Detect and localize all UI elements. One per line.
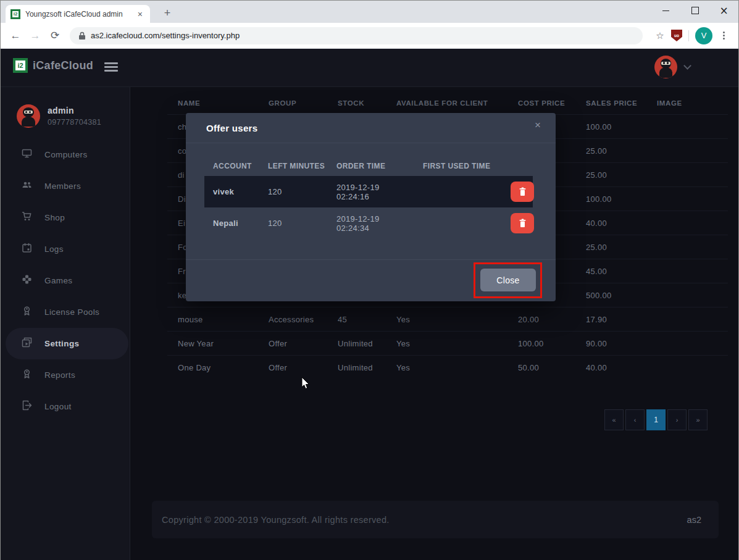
refresh-button[interactable]: ⟳	[46, 27, 64, 44]
sidebar-item-shop[interactable]: Shop	[6, 202, 128, 233]
site-favicon: i2	[10, 9, 20, 19]
page-next[interactable]: ›	[667, 409, 687, 430]
chevron-down-icon	[683, 62, 691, 70]
copyright-text: Copyright © 2000-2019 Youngzsoft. All ri…	[162, 515, 390, 525]
browser-window: i2 Youngzsoft iCafeCloud admin × + × ← →…	[0, 0, 739, 560]
sidebar-item-games[interactable]: Games	[6, 265, 128, 296]
offer-user-row: vivek 120 2019-12-19 02:24:16	[204, 176, 533, 207]
menu-toggle-icon[interactable]	[104, 62, 118, 72]
logo-text: iCafeCloud	[33, 59, 93, 72]
window-controls: ×	[651, 1, 738, 23]
sidebar-item-logs[interactable]: Logs	[6, 233, 128, 265]
table-row[interactable]: mouse Accessories 45 Yes 20.00 17.90	[167, 307, 728, 331]
page-prev[interactable]: ‹	[625, 409, 645, 430]
ublock-extension-icon[interactable]: uo	[671, 30, 682, 41]
sidebar-profile: admin 097778704381	[1, 87, 130, 128]
footer-panel: Copyright © 2000-2019 Youngzsoft. All ri…	[152, 501, 719, 538]
minimize-icon	[662, 10, 669, 11]
trash-icon	[519, 219, 527, 228]
logs-icon	[22, 243, 32, 256]
page-first[interactable]: «	[604, 409, 624, 430]
user-name: admin	[48, 106, 101, 115]
table-row[interactable]: New Year Offer Unlimited Yes 100.00 90.0…	[167, 331, 728, 355]
nav-separator	[688, 30, 689, 41]
modal-table-body: vivek 120 2019-12-19 02:24:16	[204, 176, 533, 239]
table-row[interactable]: One Day Offer Unlimited Yes 50.00 40.00	[167, 355, 728, 379]
mcol-first-used-time: FIRST USED TIME	[414, 162, 493, 170]
trash-icon	[519, 187, 527, 196]
maximize-icon	[691, 7, 699, 14]
server-label: as2	[687, 515, 701, 525]
tab-title: Youngzsoft iCafeCloud admin	[25, 10, 130, 19]
sidebar-nav: Computers Members Shop	[1, 139, 130, 422]
bookmark-star-icon[interactable]: ☆	[651, 27, 669, 44]
user-phone: 097778704381	[48, 118, 101, 127]
modal-title: Offer users	[206, 123, 257, 133]
col-cost-price: COST PRICE	[507, 92, 575, 114]
brand[interactable]: i2 iCafeCloud	[13, 58, 93, 73]
back-button[interactable]: ←	[7, 27, 24, 44]
url-text: as2.icafecloud.com/settings-inventory.ph…	[91, 31, 240, 40]
delete-offer-user-button[interactable]	[511, 213, 534, 233]
members-icon	[22, 180, 32, 193]
new-tab-button[interactable]: +	[159, 4, 176, 22]
sidebar-item-logout[interactable]: Logout	[6, 391, 128, 422]
maximize-button[interactable]	[680, 1, 709, 20]
close-window-button[interactable]: ×	[709, 1, 738, 20]
browser-nav-bar: ← → ⟳ as2.icafecloud.com/settings-invent…	[1, 23, 738, 49]
col-stock: STOCK	[327, 92, 386, 114]
offer-users-modal: Offer users × ACCOUNT LEFT MINUTES ORDER…	[186, 113, 556, 301]
mcol-account: ACCOUNT	[204, 162, 259, 170]
modal-footer-divider	[186, 259, 556, 260]
reports-icon	[22, 369, 32, 382]
browser-tab[interactable]: i2 Youngzsoft iCafeCloud admin ×	[6, 5, 150, 23]
close-window-icon: ×	[719, 6, 728, 16]
forward-button[interactable]: →	[27, 27, 44, 44]
page-last[interactable]: »	[688, 409, 708, 430]
col-group: GROUP	[258, 92, 327, 114]
games-icon	[22, 274, 32, 287]
close-button[interactable]: Close	[480, 269, 536, 291]
sidebar: admin 097778704381 Computers Members	[1, 87, 130, 560]
mcol-left-minutes: LEFT MINUTES	[259, 162, 328, 170]
col-available: AVAILABLE FOR CLIENT	[386, 92, 507, 114]
settings-icon	[22, 337, 32, 350]
col-name: NAME	[167, 92, 258, 114]
pagination: « ‹ 1 › »	[604, 409, 708, 430]
sidebar-item-license-pools[interactable]: License Pools	[6, 296, 128, 328]
address-bar[interactable]: as2.icafecloud.com/settings-inventory.ph…	[70, 27, 643, 44]
computers-icon	[22, 148, 32, 161]
modal-table-header: ACCOUNT LEFT MINUTES ORDER TIME FIRST US…	[204, 162, 533, 170]
header-user-menu[interactable]	[654, 56, 690, 78]
delete-offer-user-button[interactable]	[511, 182, 534, 202]
logout-icon	[22, 400, 32, 413]
user-avatar	[17, 104, 40, 128]
sidebar-item-computers[interactable]: Computers	[6, 139, 128, 170]
minimize-button[interactable]	[651, 1, 680, 20]
browser-profile-avatar[interactable]: V	[695, 27, 712, 44]
modal-header: Offer users ×	[186, 113, 556, 143]
col-sales-price: SALES PRICE	[575, 92, 646, 114]
icafecloud-logo-icon: i2	[13, 58, 28, 73]
shop-icon	[22, 211, 32, 224]
offer-user-row: Nepali 120 2019-12-19 02:24:34	[204, 207, 533, 239]
license-pools-icon	[22, 306, 32, 319]
tab-close-icon[interactable]: ×	[135, 9, 145, 19]
inventory-table-header: NAME GROUP STOCK AVAILABLE FOR CLIENT CO…	[167, 92, 728, 114]
modal-close-icon[interactable]: ×	[535, 119, 541, 132]
header-avatar	[654, 56, 677, 78]
browser-menu-icon[interactable]	[715, 31, 732, 40]
sidebar-item-members[interactable]: Members	[6, 170, 128, 202]
mcol-order-time: ORDER TIME	[328, 162, 414, 170]
app-header: i2 iCafeCloud	[1, 49, 738, 87]
col-image: IMAGE	[646, 92, 728, 114]
browser-tab-bar: i2 Youngzsoft iCafeCloud admin × + ×	[1, 1, 738, 23]
lock-icon	[78, 31, 86, 40]
app-page: i2 iCafeCloud	[1, 49, 738, 560]
page-1[interactable]: 1	[646, 409, 666, 430]
sidebar-item-reports[interactable]: Reports	[6, 359, 128, 391]
sidebar-item-settings[interactable]: Settings	[6, 328, 128, 359]
